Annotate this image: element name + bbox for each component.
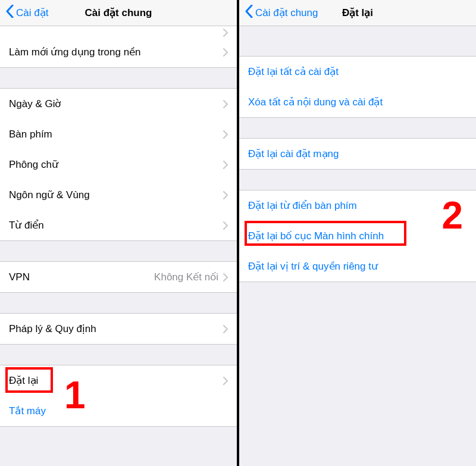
chevron-right-icon	[223, 221, 228, 230]
back-label: Cài đặt chung	[255, 7, 318, 19]
cell-label: Xóa tất cả nội dung và cài đặt	[248, 96, 467, 108]
cell-label: Đặt lại tất cả cài đặt	[248, 65, 467, 78]
cell-label: Đặt lại vị trí & quyền riêng tư	[248, 260, 467, 273]
group: Làm mới ứng dụng trong nền	[0, 26, 237, 68]
row-language-region[interactable]: Ngôn ngữ & Vùng	[0, 180, 237, 210]
cell-label: Đặt lại bố cục Màn hình chính	[248, 230, 467, 242]
cell-label: Ngôn ngữ & Vùng	[9, 189, 223, 201]
row-reset-home-layout[interactable]: Đặt lại bố cục Màn hình chính	[239, 221, 476, 251]
cell-label: Đặt lại	[9, 374, 223, 387]
row-keyboard[interactable]: Bàn phím	[0, 119, 237, 149]
chevron-right-icon	[223, 130, 228, 139]
group: Đặt lại tất cả cài đặt Xóa tất cả nội du…	[239, 56, 476, 118]
group: Pháp lý & Quy định	[0, 313, 237, 345]
chevron-right-icon	[223, 191, 228, 199]
cell-label: Bàn phím	[9, 129, 223, 140]
group: Đặt lại từ điển bàn phím Đặt lại bố cục …	[239, 190, 476, 282]
cell-detail: Không Kết nối	[154, 271, 218, 283]
cell-label: Phông chữ	[9, 158, 223, 171]
cell-label: Đặt lại cài đặt mạng	[248, 148, 467, 160]
phone-left: Cài đặt Cài đặt chung Làm mới ứng dụng t…	[0, 0, 238, 466]
back-chevron-icon	[245, 5, 253, 21]
chevron-right-icon	[223, 100, 228, 108]
cell-label: Pháp lý & Quy định	[9, 323, 223, 335]
reset-list: Đặt lại tất cả cài đặt Xóa tất cả nội du…	[239, 26, 476, 466]
row-legal[interactable]: Pháp lý & Quy định	[0, 314, 237, 344]
row-shutdown[interactable]: Tắt máy	[0, 396, 237, 426]
row-reset-all-settings[interactable]: Đặt lại tất cả cài đặt	[239, 57, 476, 87]
nav-title: Cài đặt chung	[85, 7, 152, 19]
chevron-right-icon	[223, 161, 228, 169]
cell-label: VPN	[9, 271, 154, 283]
row-vpn[interactable]: VPN Không Kết nối	[0, 262, 237, 292]
group: VPN Không Kết nối	[0, 261, 237, 293]
row-storage[interactable]	[0, 26, 237, 37]
back-chevron-icon	[6, 5, 14, 21]
row-reset-keyboard-dict[interactable]: Đặt lại từ điển bàn phím	[239, 190, 476, 221]
cell-label: Đặt lại từ điển bàn phím	[248, 199, 467, 212]
cell-label: Làm mới ứng dụng trong nền	[9, 46, 223, 58]
back-button[interactable]: Cài đặt	[0, 5, 48, 21]
chevron-right-icon	[223, 273, 228, 282]
back-label: Cài đặt	[16, 7, 48, 19]
cell-label: Từ điển	[9, 219, 223, 232]
chevron-right-icon	[223, 48, 228, 57]
row-date-time[interactable]: Ngày & Giờ	[0, 89, 237, 119]
settings-list: Làm mới ứng dụng trong nền Ngày & Giờ Bà…	[0, 26, 237, 466]
nav-title: Đặt lại	[342, 7, 373, 19]
row-background-refresh[interactable]: Làm mới ứng dụng trong nền	[0, 37, 237, 67]
row-reset[interactable]: Đặt lại	[0, 365, 237, 396]
row-reset-location-privacy[interactable]: Đặt lại vị trí & quyền riêng tư	[239, 251, 476, 282]
row-erase-all-content[interactable]: Xóa tất cả nội dung và cài đặt	[239, 87, 476, 117]
row-fonts[interactable]: Phông chữ	[0, 149, 237, 180]
chevron-right-icon	[223, 377, 228, 385]
back-button[interactable]: Cài đặt chung	[239, 5, 318, 21]
chevron-right-icon	[223, 325, 228, 333]
group: Đặt lại cài đặt mạng	[239, 138, 476, 170]
row-reset-network[interactable]: Đặt lại cài đặt mạng	[239, 139, 476, 169]
navbar: Cài đặt Cài đặt chung	[0, 0, 237, 26]
group: Đặt lại Tắt máy	[0, 365, 237, 427]
phone-right: Cài đặt chung Đặt lại Đặt lại tất cả cài…	[238, 0, 476, 466]
navbar: Cài đặt chung Đặt lại	[239, 0, 476, 26]
cell-label: Ngày & Giờ	[9, 98, 223, 110]
row-dictionary[interactable]: Từ điển	[0, 210, 237, 240]
group: Ngày & Giờ Bàn phím Phông chữ Ngôn ngữ &…	[0, 88, 237, 241]
cell-label: Tắt máy	[9, 405, 228, 417]
chevron-right-icon	[223, 29, 228, 37]
